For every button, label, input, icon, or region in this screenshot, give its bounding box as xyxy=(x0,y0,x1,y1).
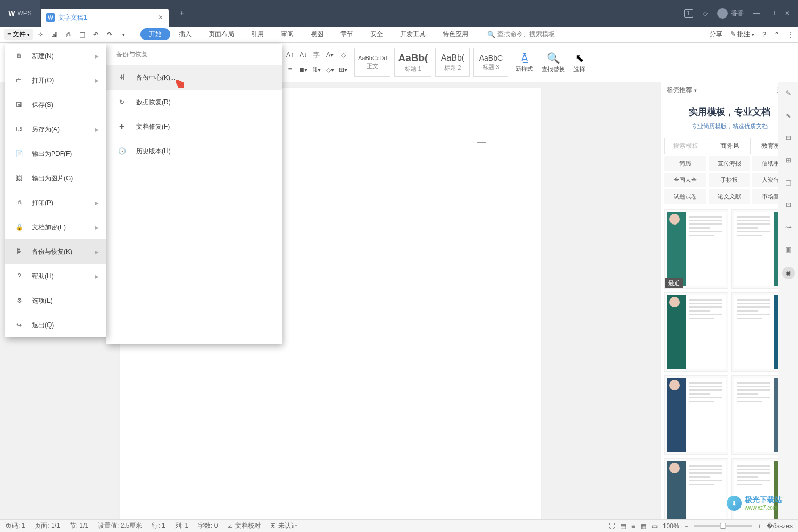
redo-icon[interactable]: ↷ xyxy=(103,28,116,41)
find-replace-button[interactable]: 🔍 查找替换 xyxy=(537,52,569,73)
file-menu-image[interactable]: 🖼输出为图片(G) xyxy=(5,166,106,190)
more-icon[interactable]: ⋮ xyxy=(787,31,794,38)
status-row[interactable]: 行: 1 xyxy=(152,521,165,530)
template-cat[interactable]: 手抄报 xyxy=(709,173,751,187)
template-thumb[interactable]: 最近 xyxy=(664,209,728,289)
new-style-button[interactable]: Ā̲ 新样式 xyxy=(511,52,537,73)
template-thumb[interactable] xyxy=(664,375,728,455)
file-menu-pdf[interactable]: 📄输出为PDF(F) xyxy=(5,142,106,166)
save-icon[interactable]: 🖫 xyxy=(48,28,61,41)
ribbon-tab-开发工具[interactable]: 开发工具 xyxy=(392,28,434,41)
skin-icon[interactable]: ◇ xyxy=(703,10,708,17)
file-menu-file-plus[interactable]: 🗎新建(N)▶ xyxy=(5,44,106,68)
file-menu-lock[interactable]: 🔒文档加密(E)▶ xyxy=(5,215,106,239)
status-section[interactable]: 节: 1/1 xyxy=(70,521,88,530)
status-auth[interactable]: ⛨ 未认证 xyxy=(270,521,297,530)
edit-tool-icon[interactable]: ✎ xyxy=(783,88,794,98)
user-avatar-icon[interactable] xyxy=(717,8,728,19)
zoom-out-icon[interactable]: − xyxy=(685,522,688,530)
document-tab[interactable]: W 文字文稿1 ✕ xyxy=(41,9,169,27)
table-icon[interactable]: ⊞ xyxy=(783,155,794,165)
view-page-icon[interactable]: ▤ xyxy=(620,522,626,530)
font-increase-icon[interactable]: A↑ xyxy=(284,49,296,61)
status-proof[interactable]: ☑ 文档校对 xyxy=(227,521,260,530)
minimize-icon[interactable]: — xyxy=(753,10,760,17)
undo-icon[interactable]: ↶ xyxy=(89,28,102,41)
zoom-in-icon[interactable]: + xyxy=(758,522,761,530)
status-words[interactable]: 字数: 0 xyxy=(198,521,218,530)
status-col[interactable]: 列: 1 xyxy=(175,521,188,530)
template-thumb[interactable] xyxy=(664,458,728,519)
ribbon-tab-引用[interactable]: 引用 xyxy=(243,28,272,41)
template-cat[interactable]: 合同大全 xyxy=(664,173,706,187)
submenu-repair[interactable]: ✚文档修复(F) xyxy=(106,114,282,139)
char-border-icon[interactable]: A▾ xyxy=(324,49,336,61)
new-tab-button[interactable]: + xyxy=(174,5,190,21)
file-menu-gear[interactable]: ⚙选项(L) xyxy=(5,288,106,313)
link-icon[interactable]: ⊶ xyxy=(783,222,794,232)
status-page[interactable]: 页面: 1/1 xyxy=(35,521,60,530)
file-menu-save[interactable]: 🖫保存(S) xyxy=(5,93,106,117)
ribbon-tab-安全[interactable]: 安全 xyxy=(362,28,392,41)
file-menu-folder[interactable]: 🗀打开(O)▶ xyxy=(5,68,106,93)
fit-icon[interactable]: �összes xyxy=(767,522,793,530)
style-0[interactable]: AaBbCcDd正文 xyxy=(354,48,390,77)
zoom-value[interactable]: 100% xyxy=(663,522,679,530)
fullscreen-icon[interactable]: ⛶ xyxy=(609,522,615,530)
notification-icon[interactable]: 1 xyxy=(684,9,693,18)
new-doc-icon[interactable]: ✧ xyxy=(34,28,47,41)
template-cat[interactable]: 简历 xyxy=(664,156,706,171)
template-search[interactable]: 搜索模板 xyxy=(664,138,706,154)
template-cat[interactable]: 宣传海报 xyxy=(709,156,751,171)
ribbon-tab-页面布局[interactable]: 页面布局 xyxy=(200,28,243,41)
submenu-history[interactable]: 🕓历史版本(H) xyxy=(106,139,282,163)
font-decrease-icon[interactable]: A↓ xyxy=(297,49,309,61)
select-button[interactable]: ⬉ 选择 xyxy=(569,52,589,73)
status-setting[interactable]: 设置值: 2.5厘米 xyxy=(98,521,142,530)
file-menu-exit[interactable]: ↪退出(Q) xyxy=(5,313,106,337)
wps-logo[interactable]: W WPS xyxy=(0,0,40,27)
template-thumb[interactable] xyxy=(664,292,728,372)
view-outline-icon[interactable]: ≡ xyxy=(631,522,635,530)
print-preview-icon[interactable]: ◫ xyxy=(76,28,88,41)
chart-icon[interactable]: ◫ xyxy=(783,177,794,188)
properties-icon[interactable]: ⊡ xyxy=(783,200,794,210)
template-cat[interactable]: 试题试卷 xyxy=(664,189,706,204)
style-2[interactable]: AaBb(标题 2 xyxy=(435,48,470,77)
qat-more-icon[interactable]: ▾ xyxy=(117,28,130,41)
file-menu-help[interactable]: ?帮助(H)▶ xyxy=(5,264,106,288)
style-1[interactable]: AaBb(标题 1 xyxy=(394,48,431,77)
file-menu-save-as[interactable]: 🖫另存为(A)▶ xyxy=(5,117,106,142)
align-right-icon[interactable]: ≡ xyxy=(284,64,296,76)
maximize-icon[interactable]: ☐ xyxy=(769,10,775,17)
ribbon-tab-开始[interactable]: 开始 xyxy=(140,28,170,40)
help-icon[interactable]: ? xyxy=(762,31,766,38)
style-3[interactable]: AaBbC标题 3 xyxy=(473,48,508,77)
template-tab-business[interactable]: 商务风 xyxy=(709,138,751,154)
command-search[interactable]: 🔍 查找命令、搜索模板 xyxy=(487,30,555,39)
shading-icon[interactable]: ◇▾ xyxy=(324,64,336,76)
view-web-icon[interactable]: ▦ xyxy=(641,522,646,530)
print-icon[interactable]: ⎙ xyxy=(62,28,74,41)
ribbon-tab-审阅[interactable]: 审阅 xyxy=(272,28,302,41)
submenu-recover[interactable]: ↻数据恢复(R) xyxy=(106,90,282,114)
file-menu-button[interactable]: ≡ 文件 ▾ xyxy=(4,29,33,40)
close-tab-icon[interactable]: ✕ xyxy=(158,14,163,21)
chevron-down-icon[interactable]: ▾ xyxy=(694,88,697,93)
status-page-no[interactable]: 页码: 1 xyxy=(5,521,25,530)
file-menu-print[interactable]: ⎙打印(P)▶ xyxy=(5,190,106,215)
image-icon[interactable]: ▣ xyxy=(783,244,794,255)
read-mode-icon[interactable]: ▭ xyxy=(652,522,658,530)
submenu-backup-center[interactable]: 🗄备份中心(K)... xyxy=(106,65,282,90)
ribbon-tab-视图[interactable]: 视图 xyxy=(302,28,332,41)
ribbon-tab-章节[interactable]: 章节 xyxy=(332,28,362,41)
zoom-slider[interactable] xyxy=(694,525,752,527)
select-tool-icon[interactable]: ⬉ xyxy=(783,110,794,121)
review-button[interactable]: ✎ 批注 ▾ xyxy=(730,30,755,39)
clear-format-icon[interactable]: ◇ xyxy=(337,49,349,61)
ribbon-tab-插入[interactable]: 插入 xyxy=(170,28,200,41)
file-menu-backup[interactable]: 🗄备份与恢复(K)▶ xyxy=(5,239,106,264)
outline-icon[interactable]: ⊟ xyxy=(783,132,794,143)
justify-icon[interactable]: ≣▾ xyxy=(297,64,309,76)
share-button[interactable]: 分享 xyxy=(710,30,722,39)
